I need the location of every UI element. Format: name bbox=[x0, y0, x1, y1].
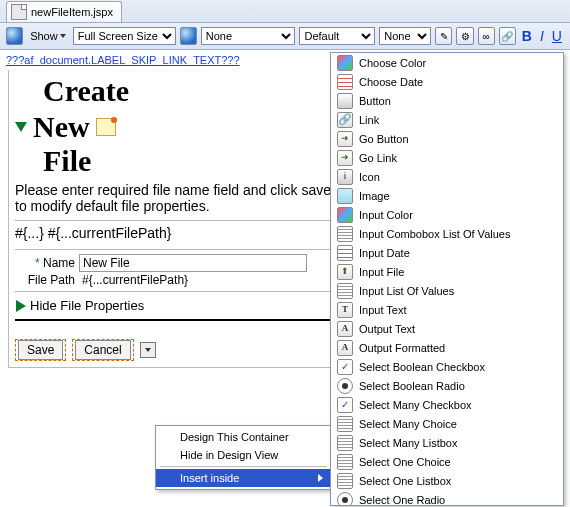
submenu-item-label: Go Link bbox=[359, 152, 397, 164]
choose-color-icon bbox=[337, 55, 353, 71]
submenu-item[interactable]: Button bbox=[331, 91, 563, 110]
italic-button[interactable]: I bbox=[538, 28, 546, 44]
submenu-item-label: Output Text bbox=[359, 323, 415, 335]
go-button-icon: ➜ bbox=[337, 131, 353, 147]
submenu-item[interactable]: Select One Radio bbox=[331, 490, 563, 506]
submenu-item[interactable]: Choose Date bbox=[331, 72, 563, 91]
submenu-item-label: Go Button bbox=[359, 133, 409, 145]
output-formatted-icon bbox=[337, 340, 353, 356]
cancel-button[interactable]: Cancel bbox=[72, 339, 133, 361]
submenu-item[interactable]: Output Text bbox=[331, 319, 563, 338]
submenu-item[interactable]: Output Formatted bbox=[331, 338, 563, 357]
select-boolean-checkbox-icon bbox=[337, 359, 353, 375]
submenu-item-label: Output Formatted bbox=[359, 342, 445, 354]
submenu-item[interactable]: Input Text bbox=[331, 300, 563, 319]
submenu-item-label: Button bbox=[359, 95, 391, 107]
bold-button[interactable]: B bbox=[520, 28, 534, 44]
submenu-item-label: Input File bbox=[359, 266, 404, 278]
editor-tab-bar: newFileItem.jspx bbox=[0, 0, 570, 23]
style1-select[interactable]: None bbox=[201, 27, 296, 45]
underline-button[interactable]: U bbox=[550, 28, 564, 44]
input-date-icon bbox=[337, 245, 353, 261]
submenu-item[interactable]: Select Boolean Radio bbox=[331, 376, 563, 395]
submenu-item-label: Select Many Listbox bbox=[359, 437, 457, 449]
select-many-choice-icon bbox=[337, 416, 353, 432]
submenu-item-label: Select One Radio bbox=[359, 494, 445, 506]
select-many-listbox-icon bbox=[337, 435, 353, 451]
design-toolbar: Show Full Screen Size None Default None … bbox=[0, 23, 570, 50]
link-icon: 🔗 bbox=[337, 112, 353, 128]
submenu-item[interactable]: Input Combobox List Of Values bbox=[331, 224, 563, 243]
note-icon[interactable] bbox=[96, 118, 116, 136]
submenu-item-label: Input Date bbox=[359, 247, 410, 259]
tool-icon-3[interactable]: ∞ bbox=[478, 27, 495, 45]
select-many-checkbox-icon bbox=[337, 397, 353, 413]
input-list-of-values-icon bbox=[337, 283, 353, 299]
image-icon bbox=[337, 188, 353, 204]
select-one-choice-icon bbox=[337, 454, 353, 470]
browser-icon[interactable] bbox=[6, 27, 23, 45]
locale-icon[interactable] bbox=[180, 27, 197, 45]
submenu-item-label: Input Text bbox=[359, 304, 407, 316]
submenu-item[interactable]: ➜Go Button bbox=[331, 129, 563, 148]
submenu-arrow-icon bbox=[318, 474, 323, 482]
editor-tab[interactable]: newFileItem.jspx bbox=[6, 1, 122, 22]
path-label: File Path bbox=[15, 273, 79, 287]
submenu-item-label: Select Boolean Radio bbox=[359, 380, 465, 392]
path-value: #{...currentFilePath} bbox=[79, 273, 188, 287]
screen-size-select[interactable]: Full Screen Size bbox=[73, 27, 176, 45]
submenu-item[interactable]: 🔗Link bbox=[331, 110, 563, 129]
dropdown-handle[interactable] bbox=[140, 342, 156, 358]
submenu-item-label: Select Boolean Checkbox bbox=[359, 361, 485, 373]
expand-triangle-icon[interactable] bbox=[16, 300, 26, 312]
context-menu: Design This Container Hide in Design Vie… bbox=[155, 425, 332, 490]
ctx-hide-design-view[interactable]: Hide in Design View bbox=[156, 446, 331, 464]
submenu-item[interactable]: Select Boolean Checkbox bbox=[331, 357, 563, 376]
submenu-item-label: Choose Color bbox=[359, 57, 426, 69]
select-one-radio-icon bbox=[337, 492, 353, 507]
submenu-item[interactable]: Input Date bbox=[331, 243, 563, 262]
name-input[interactable]: New File bbox=[79, 254, 307, 272]
submenu-item[interactable]: Select One Listbox bbox=[331, 471, 563, 490]
tool-icon-2[interactable]: ⚙ bbox=[456, 27, 473, 45]
button-icon bbox=[337, 93, 353, 109]
insert-inside-submenu: Choose ColorChoose DateButton🔗Link➜Go Bu… bbox=[330, 52, 564, 506]
input-text-icon bbox=[337, 302, 353, 318]
submenu-item-label: Input Combobox List Of Values bbox=[359, 228, 510, 240]
file-icon bbox=[11, 4, 27, 20]
output-text-icon bbox=[337, 321, 353, 337]
name-label: Name bbox=[43, 256, 75, 270]
show-menu-button[interactable]: Show bbox=[27, 29, 69, 43]
style2-select[interactable]: Default bbox=[299, 27, 375, 45]
submenu-item[interactable]: Select Many Listbox bbox=[331, 433, 563, 452]
submenu-item[interactable]: Select One Choice bbox=[331, 452, 563, 471]
submenu-item-label: Input Color bbox=[359, 209, 413, 221]
submenu-item-label: Input List Of Values bbox=[359, 285, 454, 297]
tool-icon-4[interactable]: 🔗 bbox=[499, 27, 516, 45]
style3-select[interactable]: None bbox=[379, 27, 431, 45]
submenu-item[interactable]: Select Many Checkbox bbox=[331, 395, 563, 414]
ctx-insert-inside[interactable]: Insert inside bbox=[156, 469, 331, 487]
submenu-item[interactable]: Image bbox=[331, 186, 563, 205]
submenu-item[interactable]: ➜Go Link bbox=[331, 148, 563, 167]
save-button[interactable]: Save bbox=[15, 339, 66, 361]
submenu-item-label: Select One Choice bbox=[359, 456, 451, 468]
submenu-item[interactable]: ⬆Input File bbox=[331, 262, 563, 281]
submenu-item[interactable]: Input Color bbox=[331, 205, 563, 224]
input-combobox-list-of-values-icon bbox=[337, 226, 353, 242]
select-one-listbox-icon bbox=[337, 473, 353, 489]
ctx-design-container[interactable]: Design This Container bbox=[156, 428, 331, 446]
submenu-item[interactable]: Choose Color bbox=[331, 53, 563, 72]
tab-filename: newFileItem.jspx bbox=[31, 6, 113, 18]
disclosure-triangle-icon[interactable] bbox=[15, 122, 27, 132]
submenu-item[interactable]: Select Many Choice bbox=[331, 414, 563, 433]
go-link-icon: ➜ bbox=[337, 150, 353, 166]
icon-icon: i bbox=[337, 169, 353, 185]
hide-properties-label[interactable]: Hide File Properties bbox=[30, 298, 144, 313]
submenu-item[interactable]: iIcon bbox=[331, 167, 563, 186]
chevron-down-icon bbox=[60, 34, 66, 38]
tool-icon-1[interactable]: ✎ bbox=[435, 27, 452, 45]
submenu-item[interactable]: Input List Of Values bbox=[331, 281, 563, 300]
select-boolean-radio-icon bbox=[337, 378, 353, 394]
show-label: Show bbox=[30, 30, 58, 42]
